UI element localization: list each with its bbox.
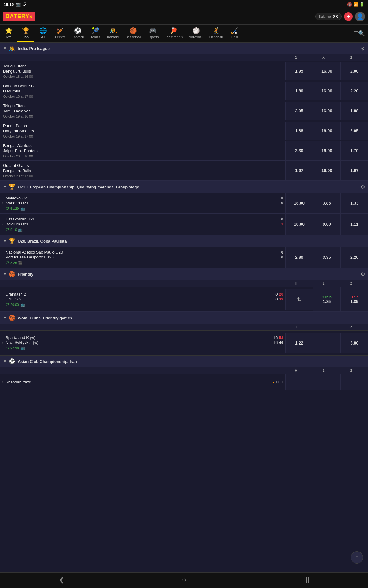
logo[interactable]: BATERY» — [3, 12, 35, 21]
sidebar-item-all[interactable]: 🌐 All — [34, 24, 52, 42]
odds-1[interactable]: 2.30 — [285, 141, 313, 160]
settings-icon[interactable]: ⚙ — [361, 184, 365, 190]
col-2: 2 — [337, 325, 365, 329]
odds-x[interactable]: 16.00 — [313, 82, 340, 100]
home-button[interactable]: ○ — [176, 576, 192, 584]
kabaddi-section-icon: 🤼 — [9, 45, 15, 52]
sidebar-item-football[interactable]: ⚽ Football — [69, 24, 87, 42]
table-row: Telugu Titans Tamil Thalaivas October 19… — [0, 101, 368, 121]
odds-1[interactable]: 1.80 — [285, 82, 313, 100]
odds-2[interactable]: 1.33 — [340, 193, 368, 213]
odds-x[interactable]: 9.00 — [313, 214, 340, 235]
row-chevron-icon[interactable]: › — [0, 222, 4, 226]
row-chevron-icon[interactable]: › — [0, 201, 4, 205]
team1: Nacional Atletico Sao Paulo U20 — [6, 250, 63, 254]
odds-2[interactable]: 1.97 — [340, 161, 368, 180]
odds-2[interactable]: 2.20 — [340, 247, 368, 268]
score1-extra: 20 — [279, 292, 283, 296]
sport-nav-menu[interactable]: ☰🔍 — [350, 24, 368, 42]
cricket-label: Cricket — [55, 35, 65, 39]
team2: Bengaluru Bulls — [3, 168, 282, 173]
odds-x[interactable]: 16.00 — [313, 102, 340, 120]
stream-icon: 📺 — [20, 346, 25, 350]
sidebar-item-tennis[interactable]: 🎾 Tennis — [87, 24, 104, 42]
section-u21-euro[interactable]: ▼ 🏆 U21. European Championship. Qualifyi… — [0, 181, 368, 193]
row-chevron-icon[interactable]: › — [0, 380, 4, 384]
section-india-pro-league[interactable]: ▼ 🤼 India. Pro league ⚙ — [0, 42, 368, 54]
sidebar-item-cricket[interactable]: 🏏 Cricket — [52, 24, 69, 42]
avatar-icon: 👤 — [357, 13, 363, 20]
col-x: X — [310, 55, 337, 60]
odds-1[interactable]: 1.22 — [285, 333, 313, 353]
odds-x[interactable]: 16.00 — [313, 122, 340, 140]
sidebar-item-kabaddi[interactable]: 🤼 Kabaddi — [104, 24, 122, 42]
odds-x[interactable]: 3.85 — [313, 193, 340, 213]
stream-icon: 📺 — [20, 303, 25, 307]
chevron-down-icon: ▼ — [3, 185, 7, 189]
back-button[interactable]: ❮ — [53, 576, 71, 584]
odds-2[interactable]: 2.20 — [340, 82, 368, 100]
odds-2[interactable]: 2.00 — [340, 62, 368, 80]
odds-x[interactable]: 16.00 — [313, 141, 340, 160]
score2: 1 — [281, 380, 283, 384]
odds-x[interactable]: 16.00 — [313, 161, 340, 180]
odds-2[interactable]: 1.88 — [340, 102, 368, 120]
col-match — [3, 55, 282, 60]
row-chevron-icon[interactable]: › — [0, 297, 4, 301]
odds-1[interactable]: 2.80 — [285, 247, 313, 268]
section-asian-club-champ[interactable]: ▼ ⚽ Asian Club Championship. Iran — [0, 355, 368, 367]
score-row1: ● 11 1 — [272, 380, 283, 384]
odds-1[interactable]: 1.97 — [285, 161, 313, 180]
match-info: Telugu Titans Bengaluru Bulls October 18… — [0, 61, 285, 81]
odds-1[interactable]: 1.95 — [285, 62, 313, 80]
odds-2[interactable]: 1.70 — [340, 141, 368, 160]
handicap-col[interactable]: ⇅ — [285, 289, 313, 310]
odds-1[interactable]: 18.00 — [285, 193, 313, 213]
sidebar-item-basketball[interactable]: 🏀 Basketball — [123, 24, 144, 42]
odds-1[interactable]: 18.00 — [285, 214, 313, 235]
team2: Nika Syktyvkar (w) — [6, 340, 39, 345]
odds-1 — [313, 374, 340, 390]
kabaddi-icon: 🤼 — [109, 27, 117, 34]
odds-1[interactable]: 2.05 — [285, 102, 313, 120]
odds-1[interactable]: 1.88 — [285, 122, 313, 140]
avatar[interactable]: 👤 — [355, 12, 365, 21]
section-wom-clubs[interactable]: ▼ 🏀 Wom. Clubs. Friendly games — [0, 312, 368, 324]
sidebar-item-esports[interactable]: 🎮 Esports — [144, 24, 162, 42]
top-icon: 🏆 — [22, 27, 30, 34]
odds-2[interactable]: 2.05 — [340, 122, 368, 140]
settings-icon[interactable]: ⚙ — [361, 271, 365, 277]
sidebar-item-volleyball[interactable]: 🏐 Volleyball — [186, 24, 206, 42]
odds-2[interactable]: 3.80 — [340, 333, 368, 353]
odds-2[interactable]: 1.11 — [340, 214, 368, 235]
row-chevron-icon[interactable]: › — [0, 255, 4, 259]
sidebar-item-tabletennis[interactable]: 🏓 Table tennis — [162, 24, 186, 42]
odds-handicap-2[interactable]: -15.5 1.85 — [340, 287, 368, 311]
chevron-down-icon: ▼ — [3, 239, 7, 243]
section-friendly-basketball[interactable]: ▼ 🏀 Friendly ⚙ — [0, 268, 368, 280]
sidebar-item-handball[interactable]: 🤾 Handball — [206, 24, 226, 42]
team1: Moldova U21 — [6, 196, 29, 200]
odds-x[interactable]: 3.35 — [313, 247, 340, 268]
section-u20-brazil[interactable]: ▼ 🏆 U20. Brazil. Copa Paulista — [0, 235, 368, 247]
sidebar-item-field[interactable]: 🏑 Field — [226, 24, 243, 42]
odds-x[interactable]: 16.00 — [313, 62, 340, 80]
header-actions: Balance 0 ₹ + 👤 — [315, 12, 365, 21]
tabletennis-icon: 🏓 — [170, 27, 178, 34]
odds-handicap-1[interactable]: +15.5 1.85 — [313, 287, 340, 311]
timer-icon: ⏱ — [6, 303, 9, 307]
match-info: Sparta and K (w) 16 53 Nika Syktyvkar (w… — [4, 334, 285, 352]
sidebar-item-top[interactable]: 🏆 Top — [17, 24, 34, 42]
match-info: Uralmash 2 0 20 UNICS 2 0 39 ⏱ 20:00 📺 — [4, 290, 285, 309]
team1: Bengal Warriors — [3, 143, 282, 148]
menu-button[interactable]: ||| — [298, 576, 315, 584]
field-icon: 🏑 — [231, 27, 238, 34]
esports-icon: 🎮 — [149, 27, 157, 34]
chevron-down-icon: ▼ — [3, 359, 7, 364]
add-funds-button[interactable]: + — [344, 12, 353, 21]
row-chevron-icon[interactable]: › — [0, 341, 4, 345]
football-icon: ⚽ — [74, 27, 82, 34]
settings-icon[interactable]: ⚙ — [361, 46, 365, 51]
sidebar-item-my[interactable]: ⭐ My — [0, 24, 17, 42]
scroll-top-button[interactable]: ↑ — [351, 551, 363, 564]
